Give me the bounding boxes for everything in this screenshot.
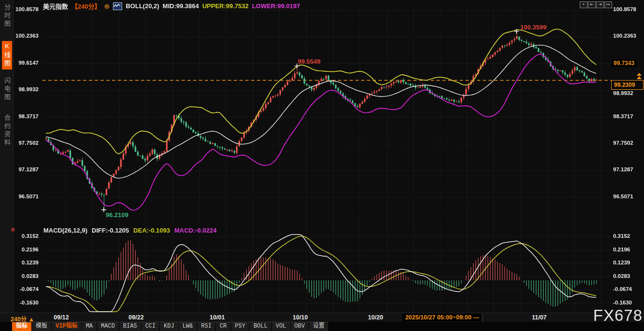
macd-tick: 0.0283 — [613, 273, 639, 279]
period-label[interactable]: 【240分】 — [71, 1, 101, 11]
macd-tick: 0.2196 — [613, 247, 639, 252]
tab-settings[interactable]: 设置 — [309, 322, 329, 331]
compress-right-icon[interactable]: ⇥ — [596, 1, 604, 8]
last-price-tag: 99.2309 — [611, 80, 644, 90]
sidebar-item-flash[interactable]: 闪电图 — [2, 77, 12, 102]
price-tick: 98.3717 — [13, 113, 39, 119]
price-tick: 100.2363 — [13, 33, 39, 39]
price-tick: 97.1287 — [13, 166, 39, 172]
tab-obv[interactable]: OBV — [291, 322, 309, 331]
tab-vol[interactable]: VOL — [272, 322, 291, 331]
boll-label: BOLL(20,2) — [126, 2, 159, 10]
tab-template[interactable]: 模板 — [32, 322, 52, 331]
tab-psy[interactable]: PSY — [231, 322, 250, 331]
swing-high-annotation: 99.5549 — [298, 58, 321, 65]
indicator-tab-bar: 指标 模板 VIP指标 MA MACD BIAS CCI KDJ LW& RSI… — [0, 322, 644, 331]
tab-cr[interactable]: CR — [216, 322, 231, 331]
price-tick: 98.3717 — [613, 113, 639, 119]
chart-type-sidebar: 分时图 K线图 闪电图 合约资料 — [0, 0, 14, 313]
boll-lower-value: LOWER:99.0197 — [252, 2, 300, 10]
symbol-name: 美元指数 — [43, 1, 68, 11]
macd-tick: 0.1239 — [13, 260, 39, 265]
tab-vip-indicator[interactable]: VIP指标 — [52, 322, 82, 331]
tab-ma[interactable]: MA — [82, 322, 97, 331]
tab-boll[interactable]: BOLL — [250, 322, 272, 331]
tab-bias[interactable]: BIAS — [119, 322, 141, 331]
macd-tick: 0.3152 — [613, 233, 639, 239]
price-tick: 98.9932 — [13, 86, 39, 92]
focused-bar-time-label: 2025/10/27 05:00~09:00 — — [402, 314, 482, 321]
time-axis: 240分 ▲ 09/12 09/22 10/01 10/10 10/20 202… — [0, 313, 644, 322]
macd-tick: -0.0674 — [13, 286, 39, 292]
date-tick: 10/20 — [368, 314, 383, 321]
macd-title: MACD(26,12,9) — [43, 227, 87, 234]
macd-diff-value: DIFF:-0.1205 — [92, 227, 129, 234]
price-tick: 96.5071 — [13, 193, 39, 199]
circle-plus-icon[interactable]: ⊕ — [104, 2, 110, 10]
price-tick: 100.8578 — [613, 6, 639, 12]
price-tick: 96.5071 — [613, 193, 639, 199]
price-tick: 99.6147 — [13, 60, 39, 66]
top-high-annotation: 100.3599 — [520, 24, 546, 31]
mini-chart-icon[interactable] — [113, 2, 122, 10]
tab-cci[interactable]: CCI — [141, 322, 160, 331]
date-tick: 11/07 — [532, 314, 547, 321]
date-tick: 10/01 — [210, 314, 224, 321]
macd-header: MACD(26,12,9) DIFF:-0.1205 DEA:-0.1093 M… — [43, 227, 217, 234]
kline-macd-chart[interactable] — [0, 0, 644, 331]
date-tick: 10/10 — [293, 314, 308, 321]
price-tick: 100.2363 — [613, 33, 639, 39]
indicator-settings-icon[interactable]: ✳ — [10, 226, 16, 234]
sidebar-item-contract-info[interactable]: 合约资料 — [2, 114, 12, 147]
date-tick: 09/22 — [128, 314, 143, 321]
price-tick: 98.9932 — [613, 90, 639, 96]
sidebar-item-kline[interactable]: K线图 — [2, 41, 12, 69]
tab-kdj[interactable]: KDJ — [160, 322, 179, 331]
price-tick: 100.8578 — [13, 6, 39, 12]
date-tick: 09/12 — [54, 314, 69, 321]
macd-tick: 0.2196 — [13, 247, 39, 252]
macd-dea-value: DEA:-0.1093 — [133, 227, 170, 234]
move-icon[interactable]: + — [580, 1, 588, 8]
price-up-arrows-icon — [637, 73, 642, 80]
pan-right-icon[interactable]: ↦ — [604, 1, 612, 8]
macd-tick: 0.1239 — [613, 260, 639, 265]
trading-terminal: 分时图 K线图 闪电图 合约资料 美元指数 【240分】 ⊕ BOLL(20,2… — [0, 0, 644, 331]
band-value-tag: 99.7343 — [612, 59, 636, 67]
macd-tick: 0.0283 — [13, 273, 39, 279]
tab-rsi[interactable]: RSI — [197, 322, 216, 331]
macd-hist-value: MACD:-0.0224 — [174, 227, 216, 234]
macd-tick: -0.1630 — [13, 300, 39, 305]
compress-left-icon[interactable]: ⇤ — [588, 1, 596, 8]
boll-upper-value: UPPER:99.7532 — [202, 2, 249, 10]
price-tick: 97.1287 — [613, 166, 639, 172]
chart-header: 美元指数 【240分】 ⊕ BOLL(20,2) MID:99.3864 UPP… — [43, 1, 300, 11]
tab-indicator[interactable]: 指标 — [12, 322, 32, 331]
swing-low-annotation: 96.2109 — [106, 211, 128, 219]
price-tick: 97.7502 — [613, 140, 639, 146]
tab-lw[interactable]: LW& — [179, 322, 197, 331]
macd-tick: -0.0674 — [613, 286, 639, 292]
tab-macd[interactable]: MACD — [97, 322, 119, 331]
macd-tick: -0.1630 — [613, 300, 639, 305]
fx678-watermark: FX678 — [593, 306, 643, 325]
boll-mid-value: MID:99.3864 — [163, 2, 199, 10]
price-tick: 97.7502 — [13, 140, 39, 146]
sidebar-item-timeshare[interactable]: 分时图 — [2, 4, 12, 28]
macd-tick: 0.3152 — [13, 233, 39, 239]
